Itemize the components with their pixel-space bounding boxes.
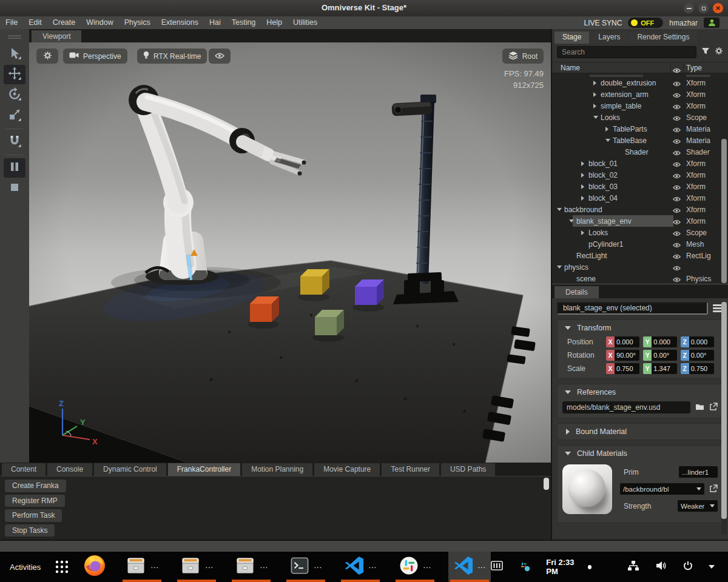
tree-row-physics[interactable]: physics [552, 261, 728, 273]
bottom-panel-scrollbar[interactable] [544, 478, 549, 490]
tab-details[interactable]: Details [554, 286, 599, 298]
tab-console[interactable]: Console [47, 463, 92, 476]
tab-frankacontroller[interactable]: FrankaController [168, 463, 240, 476]
expand-arrow-icon[interactable] [581, 171, 588, 179]
taskbar-app-files-4[interactable]: ... [230, 552, 272, 582]
power-icon[interactable] [683, 561, 693, 573]
tab-test-runner[interactable]: Test Runner [382, 463, 439, 476]
visibility-eye-icon[interactable] [673, 276, 681, 283]
tree-row-simple-table[interactable]: simple_tableXform [552, 100, 728, 112]
tree-row-backbround[interactable]: backbroundXform [552, 204, 728, 215]
visibility-eye-icon[interactable] [673, 253, 681, 261]
clock[interactable]: Fri 2:33 PM [546, 558, 592, 576]
stage-options-gear-icon[interactable] [715, 47, 723, 58]
close-button[interactable]: ✕ [713, 3, 723, 13]
bound-material-section-header[interactable]: Bound Material [562, 426, 718, 438]
tree-row-scene[interactable]: scenePhysics [552, 273, 728, 283]
visibility-eye-icon[interactable] [673, 138, 681, 146]
folder-icon[interactable] [695, 402, 704, 413]
expand-arrow-icon[interactable] [581, 194, 588, 202]
y-value-field[interactable]: Y1.347 [643, 363, 676, 374]
collapse-arrow-icon[interactable] [593, 113, 601, 122]
visibility-eye-icon[interactable] [673, 126, 681, 135]
tree-row-pcylinder1[interactable]: pCylinder1Mesh [552, 238, 728, 250]
visibility-eye-icon[interactable] [673, 80, 681, 89]
camera-selector-button[interactable]: Perspective [63, 48, 127, 64]
taskbar-app-vscode-6[interactable]: ... [339, 552, 382, 582]
selected-prim-field[interactable] [557, 302, 708, 315]
menu-item-window[interactable]: Window [81, 16, 118, 29]
tree-row-extension-arm[interactable]: extension_armXform [552, 89, 728, 100]
tab-content[interactable]: Content [2, 463, 46, 476]
volume-icon[interactable] [655, 561, 667, 573]
z-value-field[interactable]: Z0.750 [681, 363, 714, 374]
stage-tree-scrollbar[interactable] [721, 139, 727, 283]
visibility-eye-icon[interactable] [673, 92, 681, 100]
x-value-field[interactable]: X0.000 [606, 336, 639, 347]
details-scrollbar[interactable] [721, 302, 727, 535]
menu-item-help[interactable]: Help [261, 16, 288, 29]
perform-task-button[interactable]: Perform Task [5, 509, 62, 522]
name-column-header[interactable]: Name [561, 64, 580, 72]
expand-arrow-icon[interactable] [581, 159, 588, 168]
move-tool-button[interactable] [4, 65, 25, 84]
visibility-eye-icon[interactable] [673, 218, 681, 227]
viewport-visibility-button[interactable] [209, 48, 231, 64]
tab-render-settings[interactable]: Render Settings [629, 32, 697, 44]
tree-row-looks[interactable]: LooksScope [552, 227, 728, 238]
viewport-canvas[interactable]: Z X Y Perspective [29, 42, 551, 463]
minimize-button[interactable] [684, 3, 694, 13]
collapse-arrow-icon[interactable] [557, 263, 564, 272]
taskbar-app-firefox-1[interactable] [81, 552, 109, 582]
collapse-arrow-icon[interactable] [557, 206, 564, 214]
z-value-field[interactable]: Z0.000 [681, 336, 714, 347]
taskbar-app-vscode-8[interactable]: ... [448, 552, 491, 582]
taskbar-app-slack-7[interactable]: ... [394, 552, 436, 582]
search-input[interactable] [557, 46, 696, 58]
chevron-down-icon[interactable] [709, 565, 715, 569]
tab-layers[interactable]: Layers [590, 32, 628, 44]
tree-row-block-01[interactable]: block_01Xform [552, 158, 728, 169]
tree-row-rectlight[interactable]: RectLightRectLig [552, 250, 728, 261]
taskbar-app-files-2[interactable]: ... [121, 552, 163, 582]
tree-row-block-02[interactable]: block_02Xform [552, 169, 728, 181]
slack-tray-icon[interactable] [519, 560, 530, 574]
menu-item-testing[interactable]: Testing [226, 16, 261, 29]
tab-usd-paths[interactable]: USD Paths [441, 463, 495, 476]
user-account-button[interactable] [704, 18, 720, 28]
prim-value-field[interactable]: ...linder1 [679, 466, 718, 478]
tab-movie-capture[interactable]: Movie Capture [314, 463, 380, 476]
title-bar[interactable]: Omniverse Kit - Stage* ✕ [0, 0, 728, 16]
y-value-field[interactable]: Y0.000 [643, 336, 676, 347]
references-section-header[interactable]: References [562, 386, 718, 398]
tab-motion-planning[interactable]: Motion Planning [242, 463, 312, 476]
expand-arrow-icon[interactable] [593, 79, 601, 87]
visibility-eye-icon[interactable] [673, 264, 681, 273]
maximize-button[interactable] [698, 3, 709, 13]
tab-viewport[interactable]: Viewport [32, 30, 81, 42]
expand-arrow-icon[interactable] [593, 102, 601, 110]
root-button[interactable]: Root [502, 48, 544, 64]
tree-row-double-extrusion[interactable]: double_extrusionXform [552, 77, 728, 89]
taskbar-app-terminal-5[interactable]: ... [285, 552, 327, 582]
expand-arrow-icon[interactable] [593, 90, 601, 99]
filter-icon[interactable] [701, 47, 710, 58]
tree-row-block-04[interactable]: block_04Xform [552, 192, 728, 204]
open-external-icon[interactable] [709, 402, 718, 413]
visibility-eye-icon[interactable] [673, 149, 681, 158]
child-materials-section-header[interactable]: Child Materials [562, 447, 718, 460]
menu-item-extensions[interactable]: Extensions [156, 16, 204, 29]
pause-tool-button[interactable] [4, 158, 25, 178]
scale-tool-button[interactable] [4, 106, 25, 125]
visibility-eye-icon[interactable] [673, 115, 681, 123]
visibility-eye-icon[interactable] [673, 207, 681, 215]
tab-dynamic-control[interactable]: Dynamic Control [94, 463, 166, 476]
collapse-arrow-icon[interactable] [605, 136, 613, 145]
menu-item-hai[interactable]: Hai [204, 16, 226, 29]
stop-tasks-button[interactable]: Stop Tasks [5, 524, 55, 537]
x-value-field[interactable]: X0.750 [606, 363, 639, 374]
visibility-eye-icon[interactable] [673, 195, 681, 204]
tree-row-shader[interactable]: ShaderShader [552, 146, 728, 158]
visibility-eye-icon[interactable] [673, 103, 681, 112]
z-value-field[interactable]: Z0.00° [681, 350, 714, 361]
